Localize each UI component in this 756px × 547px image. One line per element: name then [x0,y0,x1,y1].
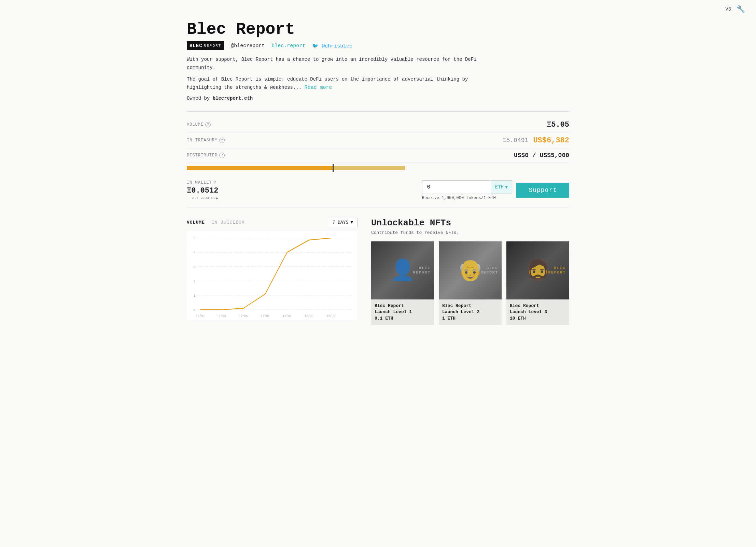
wallet-label: IN WALLET ? [187,180,218,185]
nft-watermark-3: BLEC REPORT [548,266,566,275]
nft-subtitle: Contribute funds to receive NFTs. [371,230,569,235]
nft-name-2: Blec Report Launch Level 2 [442,303,498,315]
nft-price-1: 0.1 ETH [375,316,431,321]
handle: @blecreport [231,43,265,49]
owned-by-value: blecreport.eth [213,96,253,101]
svg-text:12/04: 12/04 [217,314,226,318]
treasury-eth: Ξ5.0491 [503,137,529,144]
tab-volume[interactable]: VOLUME [187,220,205,225]
progress-bar-inner [187,166,333,170]
distributed-row: DISTRIBUTED ? US$0 / US$5,000 [187,149,569,163]
website-link[interactable]: blec.report [271,43,305,49]
progress-bar-marker [333,164,334,172]
wallet-value: Ξ0.0512 [187,186,218,195]
svg-text:5: 5 [194,236,195,240]
support-right: ETH ▼ Receive 1,000,000 tokens/1 ETH Sup… [422,180,569,200]
amount-input[interactable] [422,181,491,194]
logo-badge: BLEC REPORT [187,41,224,50]
wallet-support-section: IN WALLET ? Ξ0.0512 ALL ASSETS ▶ ETH ▼ [187,176,569,208]
nft-image-1: 👤 BLEC REPORT [371,241,434,299]
svg-text:12/07: 12/07 [283,314,292,318]
nft-price-3: 10 ETH [510,316,566,321]
chart-svg: 5 4 3 2 1 0 12/03 12/04 12/05 12/06 12/0… [187,231,358,320]
volume-label: VOLUME ? [187,122,211,127]
distributed-label: DISTRIBUTED ? [187,153,225,158]
nft-image-2: 👴 BLEC REPORT [439,241,502,299]
logo-blec: BLEC [190,43,202,48]
top-bar: V3 🔧 [0,0,756,13]
description-2: The goal of Blec Report is simple: educa… [187,75,494,92]
svg-text:12/06: 12/06 [261,314,270,318]
nft-card-2[interactable]: 👴 BLEC REPORT Blec Report Launch Level 2 [439,241,502,325]
twitter-link[interactable]: 🐦 @chrisblec [312,43,352,49]
nft-name-1: Blec Report Launch Level 1 [375,303,431,315]
svg-text:12/05: 12/05 [239,314,248,318]
period-dropdown-icon: ▼ [350,220,353,225]
nft-info-2: Blec Report Launch Level 2 1 ETH [439,299,502,325]
chevron-right-icon: ▶ [216,196,219,200]
nft-card-3[interactable]: 🧔 BLEC REPORT Blec Report Launch Level 3 [506,241,569,325]
nft-image-3: 🧔 BLEC REPORT [506,241,569,299]
svg-text:1: 1 [194,294,195,298]
read-more-link[interactable]: Read more [304,85,332,90]
nft-title: Unlockable NFTs [371,218,569,228]
volume-row: VOLUME ? Ξ5.05 [187,117,569,133]
settings-icon[interactable]: 🔧 [737,5,745,13]
logo-report: REPORT [204,44,222,48]
all-assets-link[interactable]: ALL ASSETS ▶ [187,196,218,200]
svg-text:2: 2 [194,279,195,283]
svg-text:0: 0 [194,308,195,312]
volume-help-icon[interactable]: ? [205,122,211,127]
treasury-row: IN TREASURY ? Ξ5.0491 US$6,382 [187,133,569,149]
wallet-left: IN WALLET ? Ξ0.0512 ALL ASSETS ▶ [187,180,218,200]
receive-text: Receive 1,000,000 tokens/1 ETH [422,196,513,200]
version-badge: V3 [725,6,731,12]
page-title: Blec Report [187,20,569,39]
chart-section: VOLUME IN JUICEBOX 7 DAYS ▼ 5 [187,218,358,325]
chart-tabs: VOLUME IN JUICEBOX 7 DAYS ▼ [187,218,358,227]
volume-value: Ξ5.05 [547,121,569,129]
bottom-section: VOLUME IN JUICEBOX 7 DAYS ▼ 5 [187,218,569,325]
twitter-icon: 🐦 [312,43,322,49]
progress-bar-container [187,163,569,176]
nft-info-1: Blec Report Launch Level 1 0.1 ETH [371,299,434,325]
nft-price-2: 1 ETH [442,316,498,321]
distributed-value: US$0 / US$5,000 [514,152,569,159]
tab-juicebox[interactable]: IN JUICEBOX [212,220,245,225]
stats-section: VOLUME ? Ξ5.05 IN TREASURY ? Ξ5.0491 US$… [187,111,569,208]
owned-by: Owned by blecreport.eth [187,96,569,101]
treasury-help-icon[interactable]: ? [219,138,225,143]
header-row: BLEC REPORT @blecreport blec.report 🐦 @c… [187,41,569,50]
wallet-help-icon[interactable]: ? [214,180,216,185]
support-button[interactable]: Support [516,183,569,198]
nft-section: Unlockable NFTs Contribute funds to rece… [371,218,569,325]
nft-watermark-1: BLEC REPORT [413,266,431,275]
treasury-values: Ξ5.0491 US$6,382 [503,136,569,145]
treasury-usd: US$6,382 [533,136,569,145]
period-selector[interactable]: 7 DAYS ▼ [328,218,358,227]
progress-bar-outer [187,166,405,170]
svg-text:12/09: 12/09 [326,314,335,318]
nft-card-1[interactable]: 👤 BLEC REPORT Blec Report Launch Level 1 [371,241,434,325]
svg-text:4: 4 [194,251,195,255]
nft-cards: 👤 BLEC REPORT Blec Report Launch Level 1 [371,241,569,325]
treasury-label: IN TREASURY ? [187,138,225,143]
svg-text:12/03: 12/03 [196,314,205,318]
amount-input-group: ETH ▼ [422,180,513,194]
svg-text:3: 3 [194,265,195,269]
main-container: Blec Report BLEC REPORT @blecreport blec… [173,13,583,339]
svg-text:12/08: 12/08 [305,314,313,318]
nft-watermark-2: BLEC REPORT [480,266,498,275]
chart-wrapper: 5 4 3 2 1 0 12/03 12/04 12/05 12/06 12/0… [187,231,358,320]
currency-dropdown-icon: ▼ [505,184,508,190]
description-1: With your support, Blec Report has a cha… [187,56,494,72]
currency-selector[interactable]: ETH ▼ [491,181,512,194]
support-input-group: ETH ▼ Receive 1,000,000 tokens/1 ETH [422,180,513,200]
distributed-help-icon[interactable]: ? [219,153,225,158]
nft-info-3: Blec Report Launch Level 3 10 ETH [506,299,569,325]
nft-name-3: Blec Report Launch Level 3 [510,303,566,315]
